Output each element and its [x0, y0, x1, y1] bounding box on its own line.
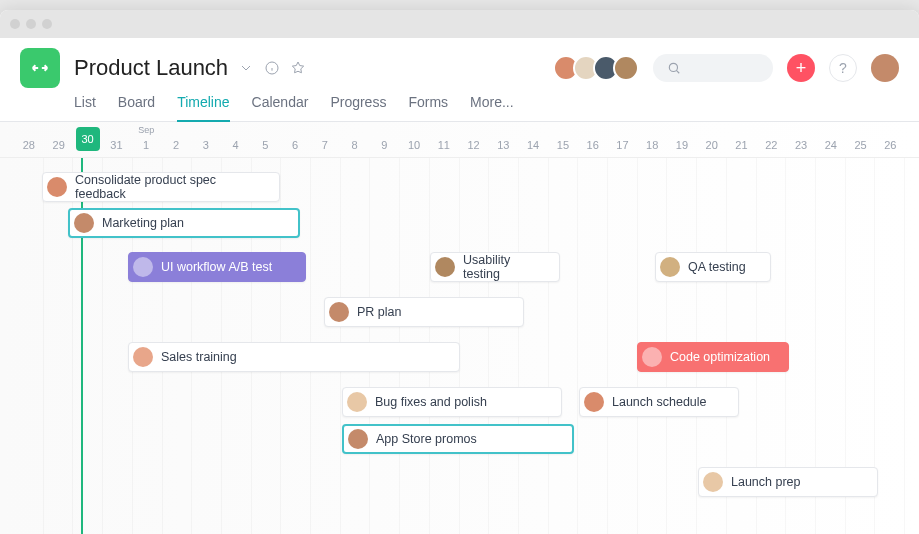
- tab-more[interactable]: More...: [470, 94, 514, 121]
- window-titlebar: [0, 10, 919, 38]
- window-control-max[interactable]: [42, 19, 52, 29]
- date-cell: 3: [191, 139, 221, 151]
- date-cell: 4: [221, 139, 251, 151]
- assignee-avatar: [584, 392, 604, 412]
- tab-list[interactable]: List: [74, 94, 96, 121]
- task-title: Launch prep: [731, 475, 801, 489]
- assignee-avatar: [642, 347, 662, 367]
- task-title: UI workflow A/B test: [161, 260, 272, 274]
- task-card[interactable]: Launch schedule: [579, 387, 739, 417]
- project-icon: [20, 48, 60, 88]
- task-card[interactable]: Launch prep: [698, 467, 878, 497]
- assignee-avatar: [74, 213, 94, 233]
- date-cell: Sep1: [131, 139, 161, 151]
- date-cell: 26: [875, 139, 905, 151]
- date-cell: 15: [548, 139, 578, 151]
- assignee-avatar: [133, 347, 153, 367]
- assignee-avatar: [348, 429, 368, 449]
- assignee-avatar: [47, 177, 67, 197]
- task-card[interactable]: Sales training: [128, 342, 460, 372]
- task-title: Code optimization: [670, 350, 770, 364]
- tab-calendar[interactable]: Calendar: [252, 94, 309, 121]
- search-icon: [667, 61, 681, 75]
- project-title: Product Launch: [74, 55, 228, 81]
- info-icon[interactable]: [264, 60, 280, 76]
- task-title: Sales training: [161, 350, 237, 364]
- collaborator-avatars[interactable]: [553, 55, 639, 81]
- task-title: QA testing: [688, 260, 746, 274]
- tab-timeline[interactable]: Timeline: [177, 94, 229, 122]
- date-cell: 29: [44, 139, 74, 151]
- date-cell: 25: [846, 139, 876, 151]
- add-button[interactable]: +: [787, 54, 815, 82]
- date-cell: 5: [250, 139, 280, 151]
- avatar[interactable]: [613, 55, 639, 81]
- task-card[interactable]: UI workflow A/B test: [128, 252, 306, 282]
- task-card[interactable]: Consolidate product spec feedback: [42, 172, 280, 202]
- task-card[interactable]: Marketing plan: [68, 208, 300, 238]
- task-title: Launch schedule: [612, 395, 707, 409]
- svg-point-1: [669, 63, 677, 71]
- date-cell: 2: [161, 139, 191, 151]
- task-title: Consolidate product spec feedback: [75, 173, 269, 201]
- tab-forms[interactable]: Forms: [408, 94, 448, 121]
- date-strip: 28 29 30 31 Sep1 2 3 4 5 6 7 8 9 10 11 1…: [0, 122, 919, 158]
- date-cell: 21: [727, 139, 757, 151]
- date-cell: 11: [429, 139, 459, 151]
- date-cell: 28: [14, 139, 44, 151]
- window-control-close[interactable]: [10, 19, 20, 29]
- header-right: + ?: [553, 54, 899, 82]
- date-cell: 7: [310, 139, 340, 151]
- assignee-avatar: [703, 472, 723, 492]
- project-tabs: List Board Timeline Calendar Progress Fo…: [0, 88, 919, 122]
- date-cell: 6: [280, 139, 310, 151]
- date-cell: 23: [786, 139, 816, 151]
- date-cell: 20: [697, 139, 727, 151]
- task-title: PR plan: [357, 305, 401, 319]
- task-card[interactable]: PR plan: [324, 297, 524, 327]
- window-control-min[interactable]: [26, 19, 36, 29]
- assignee-avatar: [435, 257, 455, 277]
- date-cell: 12: [459, 139, 489, 151]
- current-user-avatar[interactable]: [871, 54, 899, 82]
- date-cell: 10: [399, 139, 429, 151]
- timeline-view: 28 29 30 31 Sep1 2 3 4 5 6 7 8 9 10 11 1…: [0, 122, 919, 534]
- task-card[interactable]: QA testing: [655, 252, 771, 282]
- date-cell: 9: [369, 139, 399, 151]
- date-cell-today: 30: [76, 127, 100, 151]
- date-cell: 22: [756, 139, 786, 151]
- task-title: Marketing plan: [102, 216, 184, 230]
- task-card[interactable]: Usability testing: [430, 252, 560, 282]
- date-cell: 31: [102, 139, 132, 151]
- chevron-down-icon[interactable]: [238, 60, 254, 76]
- date-cell: 16: [578, 139, 608, 151]
- assignee-avatar: [133, 257, 153, 277]
- assignee-avatar: [660, 257, 680, 277]
- date-cell: 14: [518, 139, 548, 151]
- date-cell: 24: [816, 139, 846, 151]
- date-cell: 17: [608, 139, 638, 151]
- date-cell: 19: [667, 139, 697, 151]
- date-cell: 8: [340, 139, 370, 151]
- task-card[interactable]: Code optimization: [637, 342, 789, 372]
- assignee-avatar: [347, 392, 367, 412]
- tab-progress[interactable]: Progress: [330, 94, 386, 121]
- task-title: App Store promos: [376, 432, 477, 446]
- app-window: Product Launch + ? List Board Timeline: [0, 10, 919, 534]
- search-input[interactable]: [653, 54, 773, 82]
- project-header: Product Launch + ?: [0, 38, 919, 88]
- help-button[interactable]: ?: [829, 54, 857, 82]
- task-card[interactable]: App Store promos: [342, 424, 574, 454]
- task-title: Usability testing: [463, 253, 549, 281]
- assignee-avatar: [329, 302, 349, 322]
- date-cell: 13: [488, 139, 518, 151]
- task-card[interactable]: Bug fixes and polish: [342, 387, 562, 417]
- star-icon[interactable]: [290, 60, 306, 76]
- date-cell: 18: [637, 139, 667, 151]
- task-title: Bug fixes and polish: [375, 395, 487, 409]
- tab-board[interactable]: Board: [118, 94, 155, 121]
- month-label: Sep: [131, 125, 161, 135]
